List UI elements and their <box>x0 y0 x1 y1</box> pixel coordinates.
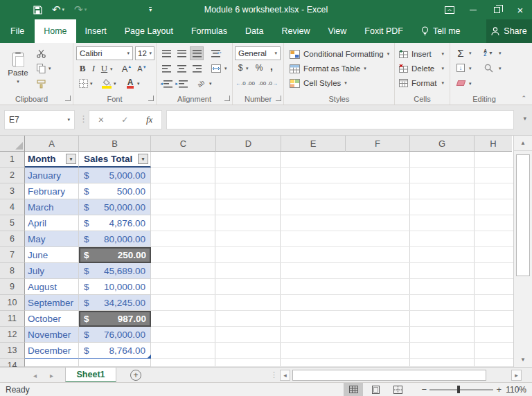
collapse-ribbon-icon[interactable]: ⌃ <box>521 95 526 102</box>
tab-view[interactable]: View <box>319 19 355 43</box>
cell-b11-highlighted[interactable]: $987.00 <box>79 311 151 327</box>
orientation-dropdown-icon[interactable]: ▾ <box>209 81 212 87</box>
column-header-a[interactable]: A <box>25 136 79 152</box>
column-header-d[interactable]: D <box>216 136 281 152</box>
cell-b4[interactable]: $50,000.00 <box>79 199 151 215</box>
font-dialog-launcher[interactable] <box>148 96 154 101</box>
zoom-out-button[interactable]: − <box>421 383 427 396</box>
sales-filter-button[interactable]: ▾ <box>138 154 148 164</box>
empty-cells[interactable] <box>151 183 513 199</box>
align-left-button[interactable] <box>159 62 173 75</box>
fill-button[interactable]: ↓ <box>455 62 466 74</box>
cell-b5[interactable]: $4,876.00 <box>79 215 151 231</box>
delete-dropdown-icon[interactable]: ▾ <box>441 66 444 71</box>
cell-a5[interactable]: April <box>25 215 79 231</box>
empty-cells[interactable] <box>151 279 513 295</box>
close-button[interactable]: × <box>508 0 532 19</box>
clipboard-dialog-launcher[interactable] <box>65 96 71 101</box>
empty-cells[interactable] <box>151 231 513 247</box>
sheet-nav-right[interactable]: ▸ <box>50 368 53 383</box>
redo-dropdown-icon[interactable]: ▾ <box>85 7 87 12</box>
horizontal-scroll-thumb[interactable] <box>292 370 486 381</box>
bold-button[interactable]: B <box>78 62 87 75</box>
zoom-slider-thumb[interactable] <box>457 386 460 393</box>
empty-cells[interactable] <box>151 152 513 168</box>
row-header-14[interactable]: 14 <box>0 359 25 367</box>
clear-button[interactable] <box>455 78 466 89</box>
accounting-dropdown-icon[interactable]: ▾ <box>246 66 249 71</box>
empty-cells[interactable] <box>151 295 513 311</box>
name-box[interactable]: E7 ▾ <box>4 110 75 129</box>
cell-a8[interactable]: July <box>25 263 79 279</box>
row-header-1[interactable]: 1 <box>0 152 25 168</box>
font-color-dropdown-icon[interactable]: ▾ <box>137 81 140 87</box>
cell-b8[interactable]: $45,689.00 <box>79 263 151 279</box>
cell-b13[interactable]: $8,764.00 <box>79 343 151 359</box>
new-sheet-button[interactable]: + <box>130 370 141 381</box>
cell-a3[interactable]: February <box>25 183 79 199</box>
ribbon-display-options-button[interactable] <box>438 0 461 19</box>
fill-color-button[interactable] <box>101 77 112 88</box>
alignment-dialog-launcher[interactable] <box>224 96 230 101</box>
row-header-6[interactable]: 6 <box>0 231 25 247</box>
copy-dropdown-icon[interactable]: ▾ <box>48 66 51 71</box>
percent-style-button[interactable]: % <box>254 62 265 74</box>
restore-button[interactable] <box>485 0 508 19</box>
sort-filter-button[interactable]: AZ ▼ <box>481 46 496 60</box>
fill-color-dropdown-icon[interactable]: ▾ <box>114 81 116 87</box>
tab-page-layout[interactable]: Page Layout <box>116 19 182 43</box>
format-as-table-button[interactable]: Format as Table ▾ <box>290 62 391 75</box>
comma-style-button[interactable]: , <box>267 60 276 73</box>
accounting-format-button[interactable]: $ <box>236 62 245 74</box>
row-header-8[interactable]: 8 <box>0 263 25 279</box>
tab-insert[interactable]: Insert <box>76 19 116 43</box>
cell-b1[interactable]: Sales Total▾ <box>79 152 151 168</box>
sheet-tab-sheet1[interactable]: Sheet1 <box>65 368 116 383</box>
column-header-e[interactable]: E <box>281 136 346 152</box>
row-header-3[interactable]: 3 <box>0 183 25 199</box>
find-select-button[interactable] <box>482 62 495 74</box>
scroll-down-button[interactable]: ▼ <box>514 352 532 367</box>
tab-review[interactable]: Review <box>272 19 319 43</box>
row-header-7[interactable]: 7 <box>0 247 25 263</box>
insert-cells-button[interactable]: Insert <box>399 47 447 61</box>
merge-center-button[interactable] <box>209 62 223 75</box>
cancel-button[interactable]: × <box>98 114 104 125</box>
format-cells-button[interactable]: Format <box>399 76 447 90</box>
row-header-12[interactable]: 12 <box>0 327 25 343</box>
tab-data[interactable]: Data <box>236 19 272 43</box>
font-name-select[interactable]: Calibri▾ <box>76 46 133 60</box>
grow-font-button[interactable]: A▲ <box>121 62 133 75</box>
sort-filter-dropdown-icon[interactable]: ▾ <box>499 51 502 56</box>
row-header-13[interactable]: 13 <box>0 343 25 359</box>
row-header-11[interactable]: 11 <box>0 311 25 327</box>
formula-input[interactable] <box>166 110 514 129</box>
format-painter-button[interactable] <box>35 78 47 90</box>
cell-a9[interactable]: August <box>25 279 79 295</box>
empty-cells[interactable] <box>151 327 513 343</box>
insert-function-button[interactable]: fx <box>146 114 152 125</box>
autosum-dropdown-icon[interactable]: ▾ <box>469 51 472 56</box>
tab-formulas[interactable]: Formulas <box>182 19 236 43</box>
empty-cells[interactable] <box>151 215 513 231</box>
sheet-nav-left[interactable]: ◂ <box>33 368 37 383</box>
row-header-10[interactable]: 10 <box>0 295 25 311</box>
empty-cells[interactable] <box>151 168 513 183</box>
column-header-b[interactable]: B <box>79 136 151 152</box>
scroll-up-button[interactable]: ▲ <box>514 136 532 151</box>
underline-dropdown-icon[interactable]: ▾ <box>110 66 113 72</box>
normal-view-button[interactable] <box>344 383 363 396</box>
cell-a2[interactable]: January <box>25 168 79 183</box>
number-dialog-launcher[interactable] <box>276 96 281 101</box>
underline-button[interactable]: U <box>100 62 109 75</box>
zoom-slider-track[interactable] <box>429 389 493 390</box>
empty-cells[interactable] <box>151 343 513 359</box>
delete-cells-button[interactable]: Delete <box>399 62 447 75</box>
cell-b7-highlighted[interactable]: $250.00 <box>79 247 151 263</box>
font-size-select[interactable]: 12▾ <box>135 46 154 60</box>
cell-b2[interactable]: $5,000.00 <box>79 168 151 183</box>
cell-a10[interactable]: September <box>25 295 79 311</box>
fill-dropdown-icon[interactable]: ▾ <box>469 66 472 71</box>
enter-button[interactable]: ✓ <box>121 115 128 125</box>
cell-styles-button[interactable]: Cell Styles ▾ <box>290 76 391 90</box>
